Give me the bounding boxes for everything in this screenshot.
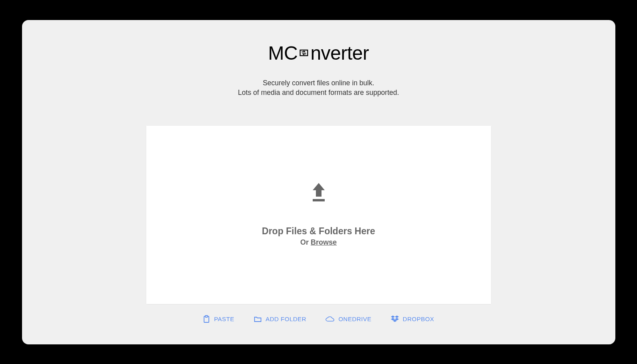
add-folder-label: ADD FOLDER [266,316,307,322]
tagline: Securely convert files online in bulk. L… [238,78,399,98]
convert-icon [298,47,309,58]
onedrive-button[interactable]: ONEDRIVE [324,313,373,325]
add-folder-button[interactable]: ADD FOLDER [252,313,308,325]
or-browse-text: Or Browse [300,238,337,247]
or-label: Or [300,238,311,246]
action-button-row: PASTE ADD FOLDER ONEDRIVE [201,313,436,326]
logo-prefix: MC [268,42,298,64]
folder-icon [254,316,262,322]
tagline-line1: Securely convert files online in bulk. [238,78,399,88]
onedrive-icon [326,316,334,322]
browse-link[interactable]: Browse [311,238,337,246]
app-window: MC nverter Securely convert files online… [22,20,615,344]
tagline-line2: Lots of media and document formats are s… [238,88,399,98]
paste-label: PASTE [214,316,235,322]
upload-icon [309,183,328,204]
dropbox-button[interactable]: DROPBOX [389,313,436,325]
clipboard-icon [203,315,210,323]
svg-rect-3 [205,316,208,317]
dropbox-label: DROPBOX [403,316,435,322]
svg-rect-1 [313,199,325,201]
paste-button[interactable]: PASTE [201,313,236,326]
onedrive-label: ONEDRIVE [338,316,371,322]
app-logo: MC nverter [268,42,369,64]
drop-text: Drop Files & Folders Here [262,226,375,237]
logo-suffix: nverter [310,42,369,64]
file-dropzone[interactable]: Drop Files & Folders Here Or Browse [146,126,491,304]
dropbox-icon [391,316,399,323]
